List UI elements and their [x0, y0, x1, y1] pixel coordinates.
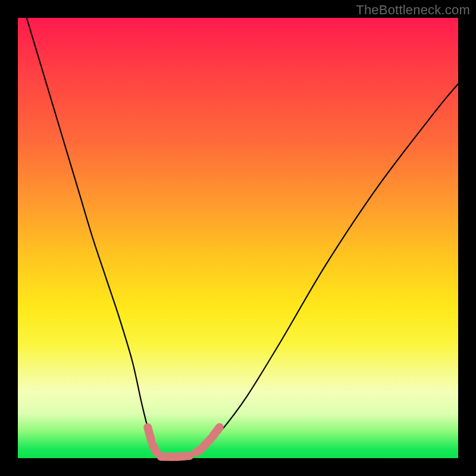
valley-marker-segment	[148, 427, 151, 440]
watermark-text: TheBottleneck.com	[356, 2, 470, 18]
bottleneck-curve	[27, 18, 458, 457]
chart-frame: TheBottleneck.com	[0, 0, 476, 476]
valley-highlight	[148, 427, 220, 457]
plot-area	[18, 18, 458, 458]
curve-layer	[18, 18, 458, 458]
valley-marker-segment	[213, 427, 220, 436]
valley-marker-segment	[204, 439, 211, 446]
valley-marker-segment	[176, 456, 189, 457]
valley-marker-segment	[152, 445, 156, 453]
valley-marker-segment	[196, 449, 202, 453]
